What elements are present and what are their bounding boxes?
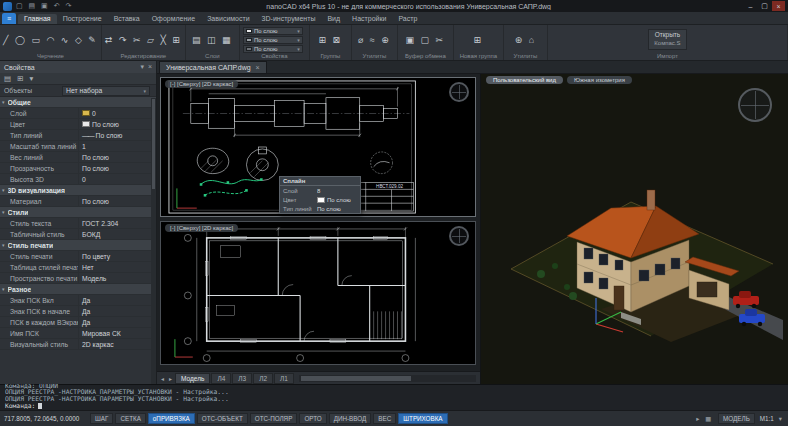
- property-value[interactable]: Да: [78, 295, 156, 305]
- mode-toggle-button[interactable]: ШАГ: [90, 413, 113, 424]
- viewport-detail-drawing[interactable]: [-] [Сверху] [2D каркас]: [160, 77, 476, 217]
- property-row[interactable]: Стили: [0, 207, 156, 218]
- ribbon-tab[interactable]: Построение: [57, 14, 108, 24]
- view3d-panel[interactable]: Пользовательский видЮжная изометрия: [481, 74, 788, 384]
- property-value[interactable]: 0: [78, 174, 156, 184]
- mode-toggle-button[interactable]: ДИН-ВВОД: [329, 413, 372, 424]
- properties-toolbar-icons[interactable]: ▤ ⊞ ▾: [4, 74, 35, 83]
- property-value[interactable]: По слою: [78, 119, 156, 129]
- property-value[interactable]: Нет: [78, 262, 156, 272]
- new-group-icons[interactable]: ⊞: [457, 26, 500, 53]
- close-tab-icon[interactable]: ×: [256, 64, 260, 71]
- mode-toggle-button[interactable]: ОТС-ОБЪЕКТ: [197, 413, 248, 424]
- property-row[interactable]: Слой 0: [0, 108, 156, 119]
- ribbon-tab[interactable]: Вид: [321, 14, 346, 24]
- quick-access-toolbar-icons[interactable]: ▢ ▤ ▣ ↶ ↷: [16, 2, 73, 10]
- property-value[interactable]: 2D каркас: [78, 339, 156, 349]
- property-value[interactable]: По слою: [78, 130, 156, 140]
- app-menu-button[interactable]: ≡: [2, 13, 16, 24]
- sheet-scroll-left-icon[interactable]: ◂: [159, 375, 166, 382]
- view-name-pill[interactable]: Пользовательский вид: [486, 76, 563, 84]
- model-space-button[interactable]: МОДЕЛЬ: [718, 413, 755, 424]
- property-row[interactable]: Пространство печати листа Модель: [0, 273, 156, 284]
- property-value[interactable]: Да: [78, 317, 156, 327]
- property-row[interactable]: Стиль текста ГОСТ 2.304: [0, 218, 156, 229]
- group-tools-icons[interactable]: ⊞ ⊠: [313, 26, 348, 53]
- viewport-controls[interactable]: [-] [Сверху] [2D каркас]: [165, 224, 238, 232]
- layer-tools-icons[interactable]: ▤ ◫ ▦: [189, 26, 236, 53]
- sheet-scroll-right-icon[interactable]: ▸: [167, 375, 174, 382]
- property-value[interactable]: По цвету: [78, 251, 156, 261]
- ribbon-tab[interactable]: Вставка: [108, 14, 146, 24]
- ribbon-tab[interactable]: Зависимости: [201, 14, 255, 24]
- viewport-floor-plan[interactable]: [-] [Сверху] [2D каркас]: [160, 221, 476, 365]
- property-row[interactable]: Знак ПСК в начале Да: [0, 306, 156, 317]
- mode-toggle-button[interactable]: ШТРИХОВКА: [398, 413, 447, 424]
- property-value[interactable]: По слою: [78, 196, 156, 206]
- ribbon-tab[interactable]: Главная: [18, 14, 57, 24]
- lineweight-dropdown[interactable]: По слою ▾: [243, 45, 303, 53]
- property-row[interactable]: Визуальный стиль 2D каркас: [0, 339, 156, 350]
- property-row[interactable]: Масштаб типа линий 1: [0, 141, 156, 152]
- ribbon-tab[interactable]: 3D-инструменты: [256, 14, 322, 24]
- view-name-pill[interactable]: Южная изометрия: [567, 76, 632, 84]
- drawing-tools-icons[interactable]: ╱ ◯ ▭ ◠ ∿ ◇ ✎: [3, 26, 98, 53]
- property-row[interactable]: Табличный стиль БОКД: [0, 229, 156, 240]
- utility-tools-icons[interactable]: ⌀ ≈ ⊕: [355, 26, 394, 53]
- mode-toggle-button[interactable]: оПРИВЯЗКА: [148, 413, 195, 424]
- property-row[interactable]: Тип линий По слою: [0, 130, 156, 141]
- property-value[interactable]: Да: [78, 306, 156, 316]
- editing-tools-icons[interactable]: ⇄ ↷ ✂ ▱ ╳ ⊞: [105, 26, 182, 53]
- property-value[interactable]: По слою: [78, 152, 156, 162]
- chevron-down-icon[interactable]: ▾: [779, 415, 784, 422]
- property-row[interactable]: Прозрачность По слою: [0, 163, 156, 174]
- mode-toggle-button[interactable]: ВЕС: [373, 413, 396, 424]
- linetype-dropdown[interactable]: По слою ▾: [243, 36, 303, 44]
- scrollbar-thumb[interactable]: [152, 99, 155, 189]
- navigation-wheel-icon[interactable]: [449, 226, 469, 246]
- horizontal-scrollbar[interactable]: [299, 375, 476, 382]
- scale-indicator[interactable]: М1:1: [760, 415, 774, 422]
- ribbon-tab[interactable]: Растр: [392, 14, 423, 24]
- property-row[interactable]: Таблица стилей печати Нет: [0, 262, 156, 273]
- property-row[interactable]: ПСК в каждом ВЭкране Да: [0, 317, 156, 328]
- scrollbar-thumb[interactable]: [301, 376, 411, 381]
- objects-dropdown[interactable]: Нет набора ▾: [62, 86, 150, 96]
- property-value[interactable]: Мировая СК: [78, 328, 156, 338]
- document-tab[interactable]: Универсальная САПР.dwg ×: [159, 61, 267, 73]
- property-row[interactable]: Вес линий По слою: [0, 152, 156, 163]
- minimize-button[interactable]: –: [744, 1, 757, 11]
- property-row[interactable]: Имя ПСК Мировая СК: [0, 328, 156, 339]
- mode-toggle-button[interactable]: ОТС-ПОЛЯР: [250, 413, 298, 424]
- close-button[interactable]: ×: [772, 1, 785, 11]
- property-value[interactable]: По слою: [78, 163, 156, 173]
- property-value[interactable]: ГОСТ 2.304: [78, 218, 156, 228]
- navigation-wheel-icon[interactable]: [449, 82, 469, 102]
- property-row[interactable]: Цвет По слою: [0, 119, 156, 130]
- status-misc-icons[interactable]: ▸ ▦: [696, 415, 713, 422]
- property-row[interactable]: Высота 3D 0: [0, 174, 156, 185]
- property-row[interactable]: 3D визуализация: [0, 185, 156, 196]
- properties-scrollbar[interactable]: [151, 98, 156, 384]
- property-row[interactable]: Стиль печати: [0, 240, 156, 251]
- viewport-controls[interactable]: [-] [Сверху] [2D каркас]: [165, 80, 238, 88]
- ribbon-tab[interactable]: Оформление: [146, 14, 201, 24]
- property-row[interactable]: Знак ПСК Вкл Да: [0, 295, 156, 306]
- property-row[interactable]: Стиль печати По цвету: [0, 251, 156, 262]
- open-kompas-button[interactable]: Открыть Компас.S: [648, 29, 686, 49]
- navigation-wheel-icon[interactable]: [738, 88, 772, 122]
- command-input-row[interactable]: Команда:: [5, 402, 783, 409]
- color-dropdown[interactable]: По слою ▾: [243, 27, 303, 35]
- close-panel-icon[interactable]: ×: [148, 63, 152, 71]
- property-value[interactable]: БОКД: [78, 229, 156, 239]
- property-value[interactable]: 0: [78, 108, 156, 118]
- property-row[interactable]: Разное: [0, 284, 156, 295]
- property-row[interactable]: Материал По слою: [0, 196, 156, 207]
- maximize-button[interactable]: ▢: [758, 1, 771, 11]
- property-value[interactable]: Модель: [78, 273, 156, 283]
- utility-tools-icons[interactable]: ⊛ ⌂: [507, 26, 544, 53]
- property-value[interactable]: 1: [78, 141, 156, 151]
- mode-toggle-button[interactable]: СЕТКА: [115, 413, 145, 424]
- ribbon-tab[interactable]: Настройки: [346, 14, 392, 24]
- mode-toggle-button[interactable]: ОРТО: [299, 413, 326, 424]
